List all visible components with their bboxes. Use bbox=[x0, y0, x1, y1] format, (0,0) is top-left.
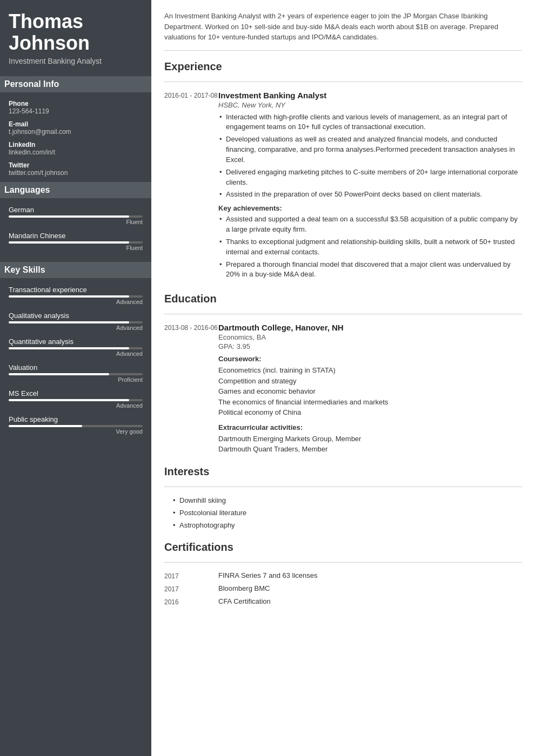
skill-item: MS Excel Advanced bbox=[9, 389, 143, 409]
certification-name: CFA Certification bbox=[218, 597, 271, 606]
education-divider bbox=[164, 314, 522, 314]
twitter-label: Twitter bbox=[9, 161, 143, 169]
skill-bar-fill bbox=[9, 295, 129, 298]
skill-item: Qualitative analysis Advanced bbox=[9, 312, 143, 331]
certification-name: Bloomberg BMC bbox=[218, 584, 270, 593]
skill-bar-fill bbox=[9, 347, 129, 349]
skill-bar-bg bbox=[9, 399, 143, 401]
experience-entry: 2016-01 - 2017-08 Investment Banking Ana… bbox=[164, 91, 522, 282]
linkedin-label: LinkedIn bbox=[9, 141, 143, 148]
experience-bullet: Delivered engaging marketing pitches to … bbox=[218, 167, 522, 188]
interest-item: Astrophotography bbox=[172, 521, 522, 531]
skill-level: Very good bbox=[9, 428, 143, 435]
languages-list: German Fluent Mandarin Chinese Fluent bbox=[9, 206, 143, 251]
education-entry: 2013-08 - 2016-06 Dartmouth College, Han… bbox=[164, 323, 522, 455]
skill-name: MS Excel bbox=[9, 389, 143, 397]
skill-name: Transactional experience bbox=[9, 286, 143, 294]
skill-item: Transactional experience Advanced bbox=[9, 286, 143, 305]
coursework-item: The economics of financial intermediarie… bbox=[218, 397, 522, 408]
skill-name: Public speaking bbox=[9, 415, 143, 423]
certification-name: FINRA Series 7 and 63 licenses bbox=[218, 571, 318, 580]
skills-list: Transactional experience Advanced Qualit… bbox=[9, 286, 143, 435]
skill-item: Valuation Proficient bbox=[9, 363, 143, 383]
experience-section-title: Experience bbox=[164, 60, 522, 75]
coursework-item: Games and economic behavior bbox=[218, 386, 522, 397]
experience-bullet: Developed valuations as well as created … bbox=[218, 134, 522, 165]
twitter-info: Twitter twitter.com/t.johnson bbox=[9, 161, 143, 177]
experience-company: HSBC, New York, NY bbox=[218, 101, 522, 109]
skills-section-title: Key Skills bbox=[0, 262, 151, 278]
interest-item: Postcolonial literature bbox=[172, 508, 522, 518]
language-item: Mandarin Chinese Fluent bbox=[9, 232, 143, 251]
personal-info-section-title: Personal Info bbox=[0, 76, 151, 92]
language-name: Mandarin Chinese bbox=[9, 232, 143, 240]
language-bar-fill bbox=[9, 215, 129, 218]
key-achievements-label: Key achievements: bbox=[218, 204, 522, 212]
certification-year: 2017 bbox=[164, 571, 218, 580]
certifications-divider bbox=[164, 562, 522, 563]
extracurricular-label: Extracurricular activities: bbox=[218, 423, 522, 431]
certification-year: 2016 bbox=[164, 597, 218, 606]
skill-bar-fill bbox=[9, 399, 129, 401]
education-degree: Dartmouth College, Hanover, NH bbox=[218, 323, 522, 332]
skill-level: Advanced bbox=[9, 402, 143, 409]
skill-item: Public speaking Very good bbox=[9, 415, 143, 435]
skill-bar-bg bbox=[9, 373, 143, 375]
certification-row: 2017 Bloomberg BMC bbox=[164, 584, 522, 593]
interests-list: Downhill skiingPostcolonial literatureAs… bbox=[164, 496, 522, 531]
achievement-bullet: Thanks to exceptional judgment and relat… bbox=[218, 237, 522, 258]
linkedin-value: linkedin.com/in/t bbox=[9, 148, 143, 156]
candidate-title: Investment Banking Analyst bbox=[9, 57, 143, 65]
phone-value: 123-564-1119 bbox=[9, 107, 143, 115]
experience-job-title: Investment Banking Analyst bbox=[218, 91, 522, 100]
extracurricular-item: Dartmouth Quant Traders, Member bbox=[218, 444, 522, 455]
skill-name: Qualitative analysis bbox=[9, 312, 143, 320]
experience-dates: 2016-01 - 2017-08 bbox=[164, 91, 218, 282]
skill-bar-fill bbox=[9, 373, 109, 375]
skill-bar-fill bbox=[9, 321, 129, 323]
interests-bullets: Downhill skiingPostcolonial literatureAs… bbox=[164, 496, 522, 531]
skill-level: Advanced bbox=[9, 325, 143, 331]
experience-bullet: Interacted with high-profile clients and… bbox=[218, 112, 522, 133]
skill-bar-fill bbox=[9, 425, 82, 427]
experience-content: Investment Banking Analyst HSBC, New Yor… bbox=[218, 91, 522, 282]
experience-bullet: Assisted in the preparation of over 50 P… bbox=[218, 190, 522, 200]
skill-name: Valuation bbox=[9, 363, 143, 372]
main-content: An Investment Banking Analyst with 2+ ye… bbox=[151, 0, 535, 756]
achievement-bullet: Assisted and supported a deal team on a … bbox=[218, 214, 522, 235]
education-dates: 2013-08 - 2016-06 bbox=[164, 323, 218, 455]
email-value: t.johnson@gmail.com bbox=[9, 128, 143, 136]
education-content: Dartmouth College, Hanover, NH Economics… bbox=[218, 323, 522, 455]
twitter-value: twitter.com/t.johnson bbox=[9, 169, 143, 177]
certifications-section-title: Certifications bbox=[164, 541, 522, 556]
experience-list: 2016-01 - 2017-08 Investment Banking Ana… bbox=[164, 91, 522, 282]
email-info: E-mail t.johnson@gmail.com bbox=[9, 120, 143, 136]
coursework-item: Econometrics (incl. training in STATA) bbox=[218, 365, 522, 376]
certification-row: 2017 FINRA Series 7 and 63 licenses bbox=[164, 571, 522, 580]
summary: An Investment Banking Analyst with 2+ ye… bbox=[164, 11, 522, 51]
skill-bar-bg bbox=[9, 347, 143, 349]
experience-bullets: Interacted with high-profile clients and… bbox=[218, 112, 522, 200]
language-name: German bbox=[9, 206, 143, 214]
skill-bar-bg bbox=[9, 425, 143, 427]
phone-info: Phone 123-564-1119 bbox=[9, 100, 143, 115]
skill-level: Advanced bbox=[9, 299, 143, 305]
certification-year: 2017 bbox=[164, 584, 218, 593]
certifications-list: 2017 FINRA Series 7 and 63 licenses 2017… bbox=[164, 571, 522, 606]
certification-row: 2016 CFA Certification bbox=[164, 597, 522, 606]
email-label: E-mail bbox=[9, 120, 143, 128]
interests-divider bbox=[164, 487, 522, 487]
candidate-name: ThomasJohnson bbox=[9, 11, 143, 53]
phone-label: Phone bbox=[9, 100, 143, 107]
achievement-bullet: Prepared a thorough financial model that… bbox=[218, 260, 522, 280]
education-field: Economics, BA bbox=[218, 333, 522, 341]
skill-level: Proficient bbox=[9, 376, 143, 383]
experience-divider bbox=[164, 82, 522, 82]
education-section-title: Education bbox=[164, 293, 522, 307]
language-level: Fluent bbox=[9, 245, 143, 251]
skill-name: Quantitative analysis bbox=[9, 338, 143, 346]
skill-bar-bg bbox=[9, 295, 143, 298]
linkedin-info: LinkedIn linkedin.com/in/t bbox=[9, 141, 143, 156]
language-bar-fill bbox=[9, 241, 129, 244]
language-item: German Fluent bbox=[9, 206, 143, 225]
